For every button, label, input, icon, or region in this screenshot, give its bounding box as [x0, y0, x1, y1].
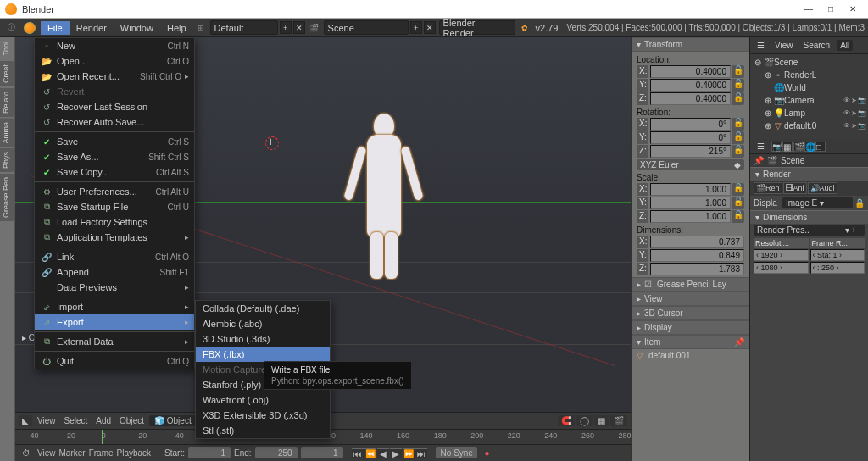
- panel-3dcursor-head[interactable]: ▸3D Cursor: [632, 306, 749, 320]
- opengl-render-icon[interactable]: 🎬: [610, 415, 627, 426]
- editor-type-timeline-icon[interactable]: ⏱: [19, 447, 34, 458]
- tab-create[interactable]: Creat: [0, 61, 14, 86]
- file-app-templates[interactable]: ⧉Application Templates▸: [35, 230, 194, 245]
- file-data-previews[interactable]: Data Previews▸: [35, 280, 194, 295]
- panel-transform-head[interactable]: ▾Transform: [632, 37, 749, 52]
- lock-ui-icon[interactable]: 🔒: [854, 198, 865, 208]
- proportional-toggle[interactable]: ◯: [576, 415, 593, 426]
- scene-selector[interactable]: Scene: [324, 20, 409, 35]
- header-view[interactable]: View: [34, 416, 59, 425]
- tl-playback[interactable]: Playback: [117, 448, 152, 458]
- export-obj[interactable]: Wavefront (.obj): [196, 392, 330, 408]
- outliner-renderlayers[interactable]: RenderL: [784, 70, 816, 80]
- context-tab-layers[interactable]: ▦: [782, 142, 793, 152]
- file-load-factory[interactable]: ⧉Load Factory Settings: [35, 214, 194, 230]
- editor-type-3dview-icon[interactable]: ◣: [19, 415, 32, 426]
- file-recover-last[interactable]: ↺Recover Last Session: [35, 99, 194, 114]
- lock-icon[interactable]: 🔓: [732, 145, 744, 158]
- header-add[interactable]: Add: [92, 416, 114, 425]
- outliner-tree[interactable]: ⊖🎬Scene ⊕▫RenderL 🌐World ⊕📷Camera👁➤📷 ⊕💡L…: [750, 54, 868, 139]
- file-save-startup[interactable]: ⧉Save Startup FileCtrl U: [35, 199, 194, 214]
- scale-z-input[interactable]: 1.000: [650, 210, 731, 223]
- mode-selector[interactable]: 🧊 Object: [149, 415, 200, 426]
- file-open-recent[interactable]: 📂Open Recent...Shift Ctrl O▸: [35, 69, 194, 84]
- file-save-copy[interactable]: ✔Save Copy...Ctrl Alt S: [35, 164, 194, 180]
- tab-tools[interactable]: Tool: [0, 38, 14, 59]
- mesh-default[interactable]: [350, 114, 418, 283]
- dim-y-input[interactable]: 0.849: [650, 249, 744, 262]
- panel-item-head[interactable]: ▾Item📌: [632, 335, 749, 349]
- play-reverse-button[interactable]: ◀: [377, 448, 389, 458]
- file-user-prefs[interactable]: ⚙User Preferences...Ctrl Alt U: [35, 184, 194, 199]
- export-alembic[interactable]: Alembic (.abc): [196, 316, 330, 331]
- header-select[interactable]: Select: [61, 416, 92, 425]
- menu-help[interactable]: Help: [160, 21, 193, 35]
- render-border-icon[interactable]: ▦: [594, 415, 609, 426]
- render-preset-selector[interactable]: Render Pres..▾ + −: [754, 225, 865, 236]
- lock-icon[interactable]: 🔓: [732, 79, 744, 92]
- next-keyframe-button[interactable]: ⏩: [403, 448, 415, 458]
- tab-relations[interactable]: Relato: [0, 88, 14, 117]
- tl-marker[interactable]: Marker: [59, 448, 86, 458]
- file-open[interactable]: 📂Open...Ctrl O: [35, 53, 194, 69]
- tab-animation[interactable]: Anima: [0, 119, 14, 147]
- file-recover-auto[interactable]: ↺Recover Auto Save...: [35, 114, 194, 130]
- panel-view-head[interactable]: ▸View: [632, 292, 749, 306]
- menu-window[interactable]: Window: [114, 21, 160, 35]
- scene-icon[interactable]: 🎬: [309, 22, 320, 34]
- render-engine-selector[interactable]: Blender Render: [439, 20, 515, 35]
- minimize-button[interactable]: —: [798, 3, 819, 16]
- lock-icon[interactable]: 🔓: [732, 131, 744, 144]
- prev-keyframe-button[interactable]: ⏪: [364, 448, 376, 458]
- lock-icon[interactable]: 🔓: [732, 92, 744, 105]
- rot-y-input[interactable]: 0°: [650, 131, 731, 144]
- panel-display-head[interactable]: ▸Display: [632, 320, 749, 335]
- display-mode-selector[interactable]: Image E ▾: [782, 197, 853, 208]
- frame-start-input[interactable]: 1: [188, 447, 231, 458]
- close-button[interactable]: ✕: [843, 3, 863, 16]
- loc-y-input[interactable]: 0.40000: [650, 79, 731, 92]
- loc-x-input[interactable]: 0.40000: [650, 65, 731, 78]
- context-tab-world[interactable]: 🌐: [804, 142, 815, 152]
- playhead[interactable]: [102, 430, 103, 444]
- header-object[interactable]: Object: [116, 416, 147, 425]
- snap-toggle[interactable]: 🧲: [558, 415, 575, 426]
- rotation-mode-selector[interactable]: XYZ Euler◆: [637, 159, 744, 170]
- context-tab-object[interactable]: □: [815, 142, 826, 152]
- tab-physics[interactable]: Phys: [0, 148, 14, 172]
- add-scene-button[interactable]: +: [410, 21, 422, 34]
- context-tab-scene[interactable]: 🎬: [793, 142, 804, 152]
- jump-start-button[interactable]: ⏮: [352, 448, 364, 458]
- item-name-input[interactable]: default.001: [645, 351, 744, 360]
- outliner-lamp[interactable]: Lamp: [784, 108, 805, 118]
- screen-layout-selector[interactable]: Default: [210, 20, 278, 35]
- frame-end-input2[interactable]: ‹ : 250 ›: [810, 262, 865, 274]
- blender-org-icon[interactable]: ✿: [519, 22, 531, 34]
- outliner-object[interactable]: default.0: [784, 121, 816, 131]
- loc-z-input[interactable]: 0.40000: [650, 92, 731, 105]
- frame-start-input2[interactable]: ‹ Sta: 1 ›: [810, 249, 865, 261]
- lock-icon[interactable]: 🔓: [732, 65, 744, 78]
- file-append[interactable]: 🔗AppendShift F1: [35, 264, 194, 280]
- res-x-input[interactable]: ‹ 1920 ›: [754, 249, 809, 261]
- outliner-scene[interactable]: Scene: [774, 58, 798, 67]
- lock-icon[interactable]: 🔓: [732, 197, 744, 209]
- tl-view[interactable]: View: [37, 448, 56, 458]
- outliner-search-menu[interactable]: Search: [800, 40, 834, 51]
- file-link[interactable]: 🔗LinkCtrl Alt O: [35, 249, 194, 264]
- editor-type-properties-icon[interactable]: ☰: [754, 141, 768, 152]
- delete-layout-button[interactable]: ✕: [293, 21, 305, 34]
- file-export[interactable]: ⇗Export▸: [35, 314, 194, 330]
- rot-z-input[interactable]: 215°: [650, 145, 731, 158]
- lock-icon[interactable]: 🔓: [732, 210, 744, 223]
- outliner-display-mode[interactable]: All: [837, 40, 853, 51]
- file-new[interactable]: ▫NewCtrl N: [35, 38, 194, 53]
- file-external-data[interactable]: ⧉External Data▸: [35, 334, 194, 349]
- pin-icon[interactable]: 📌: [734, 337, 744, 347]
- dim-z-input[interactable]: 1.783: [650, 263, 744, 275]
- file-quit[interactable]: ⏻QuitCtrl Q: [35, 353, 194, 369]
- export-collada[interactable]: Collada (Default) (.dae): [196, 301, 330, 316]
- play-button[interactable]: ▶: [390, 448, 402, 458]
- pin-icon[interactable]: 📌: [754, 156, 764, 165]
- add-layout-button[interactable]: +: [280, 21, 292, 34]
